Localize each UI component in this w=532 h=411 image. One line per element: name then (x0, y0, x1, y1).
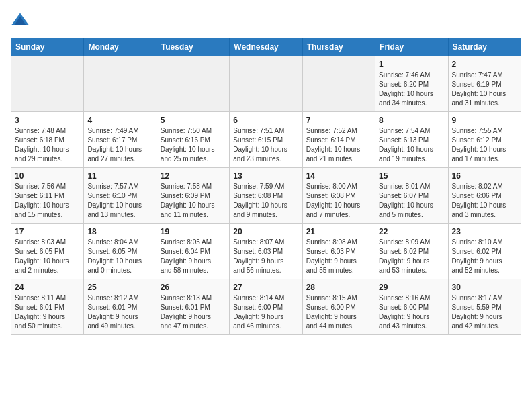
day-number: 16 (452, 171, 517, 181)
day-cell: 7Sunrise: 7:52 AM Sunset: 6:14 PM Daylig… (302, 112, 375, 168)
day-number: 13 (233, 171, 298, 181)
week-row-1: 1Sunrise: 7:46 AM Sunset: 6:20 PM Daylig… (11, 56, 521, 112)
calendar-header: SundayMondayTuesdayWednesdayThursdayFrid… (11, 38, 521, 56)
day-cell: 29Sunrise: 8:16 AM Sunset: 6:00 PM Dayli… (375, 279, 448, 335)
day-number: 23 (452, 227, 517, 236)
day-cell: 24Sunrise: 8:11 AM Sunset: 6:01 PM Dayli… (11, 279, 84, 335)
day-number: 3 (15, 116, 80, 125)
day-number: 17 (15, 227, 80, 236)
day-info: Sunrise: 7:46 AM Sunset: 6:20 PM Dayligh… (379, 71, 444, 108)
day-number: 6 (233, 116, 298, 125)
day-cell (84, 56, 157, 112)
day-cell (230, 56, 302, 112)
day-info: Sunrise: 8:15 AM Sunset: 6:00 PM Dayligh… (306, 293, 371, 331)
day-info: Sunrise: 7:52 AM Sunset: 6:14 PM Dayligh… (306, 126, 371, 164)
day-info: Sunrise: 7:58 AM Sunset: 6:09 PM Dayligh… (161, 182, 226, 220)
day-number: 10 (15, 171, 80, 181)
day-cell: 11Sunrise: 7:57 AM Sunset: 6:10 PM Dayli… (84, 168, 157, 224)
day-cell: 15Sunrise: 8:01 AM Sunset: 6:07 PM Dayli… (375, 168, 448, 224)
day-cell: 9Sunrise: 7:55 AM Sunset: 6:12 PM Daylig… (448, 112, 521, 168)
day-info: Sunrise: 8:16 AM Sunset: 6:00 PM Dayligh… (379, 293, 444, 331)
weekday-header-thursday: Thursday (302, 38, 375, 56)
day-cell: 10Sunrise: 7:56 AM Sunset: 6:11 PM Dayli… (11, 168, 84, 224)
day-cell: 4Sunrise: 7:49 AM Sunset: 6:17 PM Daylig… (84, 112, 157, 168)
day-info: Sunrise: 8:10 AM Sunset: 6:02 PM Dayligh… (452, 238, 517, 275)
day-number: 11 (87, 171, 152, 181)
day-number: 30 (452, 283, 517, 292)
day-number: 27 (233, 283, 298, 292)
week-row-4: 17Sunrise: 8:03 AM Sunset: 6:05 PM Dayli… (11, 224, 521, 279)
day-cell: 28Sunrise: 8:15 AM Sunset: 6:00 PM Dayli… (302, 279, 375, 335)
day-cell: 13Sunrise: 7:59 AM Sunset: 6:08 PM Dayli… (230, 168, 302, 224)
day-info: Sunrise: 7:57 AM Sunset: 6:10 PM Dayligh… (87, 182, 152, 220)
day-cell: 6Sunrise: 7:51 AM Sunset: 6:15 PM Daylig… (230, 112, 302, 168)
day-cell: 18Sunrise: 8:04 AM Sunset: 6:05 PM Dayli… (84, 224, 157, 279)
day-number: 14 (306, 171, 371, 181)
day-cell: 12Sunrise: 7:58 AM Sunset: 6:09 PM Dayli… (157, 168, 229, 224)
day-number: 26 (161, 283, 226, 292)
day-info: Sunrise: 7:48 AM Sunset: 6:18 PM Dayligh… (15, 126, 80, 164)
day-number: 18 (87, 227, 152, 236)
weekday-header-saturday: Saturday (448, 38, 521, 56)
day-cell: 25Sunrise: 8:12 AM Sunset: 6:01 PM Dayli… (84, 279, 157, 335)
day-number: 2 (452, 60, 517, 69)
weekday-header-monday: Monday (84, 38, 157, 56)
day-cell: 14Sunrise: 8:00 AM Sunset: 6:08 PM Dayli… (302, 168, 375, 224)
day-number: 7 (306, 116, 371, 125)
day-info: Sunrise: 7:56 AM Sunset: 6:11 PM Dayligh… (15, 182, 80, 220)
day-info: Sunrise: 8:12 AM Sunset: 6:01 PM Dayligh… (87, 293, 152, 331)
day-cell: 5Sunrise: 7:50 AM Sunset: 6:16 PM Daylig… (157, 112, 229, 168)
day-cell (157, 56, 229, 112)
calendar-body: 1Sunrise: 7:46 AM Sunset: 6:20 PM Daylig… (11, 56, 521, 335)
weekday-header-friday: Friday (375, 38, 448, 56)
day-number: 5 (161, 116, 226, 125)
day-cell: 2Sunrise: 7:47 AM Sunset: 6:19 PM Daylig… (448, 56, 521, 112)
day-cell: 3Sunrise: 7:48 AM Sunset: 6:18 PM Daylig… (11, 112, 84, 168)
calendar-table: SundayMondayTuesdayWednesdayThursdayFrid… (11, 38, 521, 335)
day-info: Sunrise: 7:59 AM Sunset: 6:08 PM Dayligh… (233, 182, 298, 220)
day-number: 12 (161, 171, 226, 181)
day-info: Sunrise: 7:51 AM Sunset: 6:15 PM Dayligh… (233, 126, 298, 164)
day-number: 8 (379, 116, 444, 125)
day-cell: 21Sunrise: 8:08 AM Sunset: 6:03 PM Dayli… (302, 224, 375, 279)
day-info: Sunrise: 8:17 AM Sunset: 5:59 PM Dayligh… (452, 293, 517, 331)
day-cell: 26Sunrise: 8:13 AM Sunset: 6:01 PM Dayli… (157, 279, 229, 335)
logo (11, 11, 32, 30)
day-cell (11, 56, 84, 112)
day-number: 15 (379, 171, 444, 181)
day-number: 28 (306, 283, 371, 292)
day-cell: 23Sunrise: 8:10 AM Sunset: 6:02 PM Dayli… (448, 224, 521, 279)
day-number: 4 (87, 116, 152, 125)
day-number: 9 (452, 116, 517, 125)
day-info: Sunrise: 8:03 AM Sunset: 6:05 PM Dayligh… (15, 238, 80, 275)
weekday-header-wednesday: Wednesday (230, 38, 302, 56)
day-info: Sunrise: 8:11 AM Sunset: 6:01 PM Dayligh… (15, 293, 80, 331)
week-row-3: 10Sunrise: 7:56 AM Sunset: 6:11 PM Dayli… (11, 168, 521, 224)
day-number: 19 (161, 227, 226, 236)
day-number: 24 (15, 283, 80, 292)
day-info: Sunrise: 8:07 AM Sunset: 6:03 PM Dayligh… (233, 238, 298, 275)
day-info: Sunrise: 8:05 AM Sunset: 6:04 PM Dayligh… (161, 238, 226, 275)
day-info: Sunrise: 8:01 AM Sunset: 6:07 PM Dayligh… (379, 182, 444, 220)
week-row-2: 3Sunrise: 7:48 AM Sunset: 6:18 PM Daylig… (11, 112, 521, 168)
day-cell: 27Sunrise: 8:14 AM Sunset: 6:00 PM Dayli… (230, 279, 302, 335)
day-number: 25 (87, 283, 152, 292)
day-info: Sunrise: 7:50 AM Sunset: 6:16 PM Dayligh… (161, 126, 226, 164)
day-info: Sunrise: 7:47 AM Sunset: 6:19 PM Dayligh… (452, 71, 517, 108)
day-info: Sunrise: 7:55 AM Sunset: 6:12 PM Dayligh… (452, 126, 517, 164)
day-info: Sunrise: 8:08 AM Sunset: 6:03 PM Dayligh… (306, 238, 371, 275)
day-cell: 20Sunrise: 8:07 AM Sunset: 6:03 PM Dayli… (230, 224, 302, 279)
day-cell: 8Sunrise: 7:54 AM Sunset: 6:13 PM Daylig… (375, 112, 448, 168)
weekday-row: SundayMondayTuesdayWednesdayThursdayFrid… (11, 38, 521, 56)
day-number: 20 (233, 227, 298, 236)
day-number: 22 (379, 227, 444, 236)
day-cell: 17Sunrise: 8:03 AM Sunset: 6:05 PM Dayli… (11, 224, 84, 279)
weekday-header-sunday: Sunday (11, 38, 84, 56)
day-cell: 30Sunrise: 8:17 AM Sunset: 5:59 PM Dayli… (448, 279, 521, 335)
day-cell: 22Sunrise: 8:09 AM Sunset: 6:02 PM Dayli… (375, 224, 448, 279)
day-info: Sunrise: 7:49 AM Sunset: 6:17 PM Dayligh… (87, 126, 152, 164)
day-cell: 1Sunrise: 7:46 AM Sunset: 6:20 PM Daylig… (375, 56, 448, 112)
day-number: 29 (379, 283, 444, 292)
day-cell: 16Sunrise: 8:02 AM Sunset: 6:06 PM Dayli… (448, 168, 521, 224)
logo-icon (11, 11, 30, 30)
